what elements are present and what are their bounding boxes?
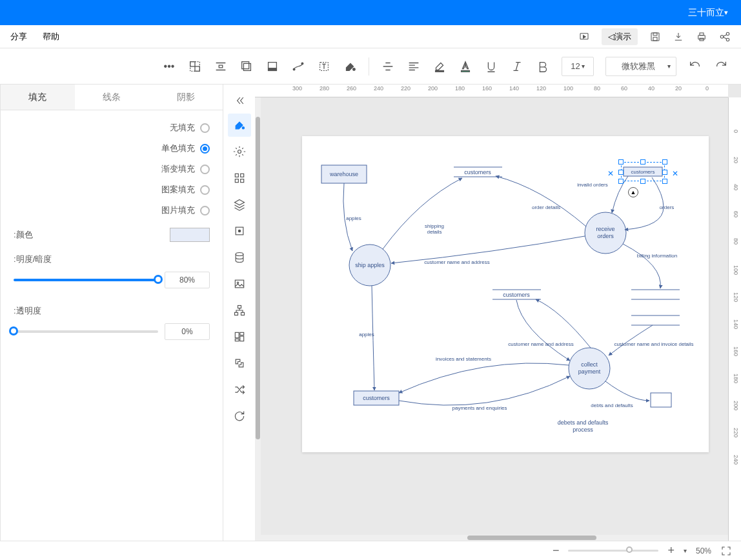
svg-rect-20: [190, 61, 195, 66]
svg-rect-75: [234, 312, 238, 315]
svg-text:warehouse: warehouse: [329, 171, 358, 177]
redo-icon[interactable]: [714, 59, 728, 74]
scrollbar-horizontal[interactable]: [261, 535, 728, 541]
font-select[interactable]: ▾微软雅黑: [605, 57, 676, 76]
svg-text:debts and defaults: debts and defaults: [591, 403, 633, 408]
titlebar: ▾ 三十而立: [0, 0, 741, 25]
svg-rect-67: [235, 179, 238, 183]
canvas-area[interactable]: 0204060801001201401601802002202402602803…: [255, 85, 741, 541]
svg-rect-7: [653, 33, 657, 35]
underline-icon[interactable]: [484, 59, 498, 74]
text-style-icon[interactable]: [317, 59, 331, 74]
save-icon[interactable]: [649, 31, 661, 43]
opacity-value[interactable]: 80%: [165, 272, 210, 288]
svg-rect-72: [235, 280, 243, 288]
svg-rect-80: [235, 339, 239, 341]
present-icon[interactable]: [578, 31, 590, 43]
align-left-icon[interactable]: [407, 59, 421, 74]
selection-box[interactable]: ✕ ✕ ▲: [621, 162, 665, 181]
svg-point-70: [238, 230, 240, 232]
image-icon[interactable]: [228, 272, 251, 295]
collapse-icon[interactable]: [228, 91, 251, 110]
gear-icon[interactable]: [228, 140, 251, 163]
help-link[interactable]: 帮助: [43, 31, 59, 43]
dashboard-icon[interactable]: [228, 325, 251, 348]
rotate-handle-icon[interactable]: ▲: [628, 187, 638, 197]
download-icon[interactable]: [673, 31, 684, 43]
zoom-in-icon[interactable]: −: [553, 544, 560, 557]
svg-text:customers: customers: [363, 395, 390, 401]
svg-point-15: [301, 63, 303, 65]
toolbar-format: ▾微软雅黑 ▾12 •••: [0, 48, 741, 85]
tab-line[interactable]: 线条: [75, 85, 149, 110]
refresh-icon[interactable]: [228, 405, 251, 428]
transparency-slider[interactable]: [14, 330, 158, 333]
svg-rect-21: [195, 66, 199, 71]
demo-button[interactable]: 演示◁: [602, 28, 638, 45]
shuffle-icon[interactable]: [228, 378, 251, 401]
zoom-slider[interactable]: [568, 550, 658, 552]
svg-text:details: details: [427, 229, 442, 235]
database-icon[interactable]: [228, 246, 251, 269]
fill-tool-icon[interactable]: [228, 114, 251, 137]
ruler-horizontal: 0204060801001201401601802002202402602803…: [255, 85, 728, 97]
svg-point-2: [726, 38, 729, 41]
align-distribute-icon[interactable]: [214, 59, 228, 74]
close-icon[interactable]: ✕: [607, 169, 614, 178]
color-swatch[interactable]: [170, 228, 210, 242]
fullscreen-icon[interactable]: [720, 545, 732, 557]
target-icon[interactable]: [228, 219, 251, 243]
svg-text:payment: payment: [578, 368, 601, 375]
group-icon[interactable]: [188, 59, 202, 74]
svg-rect-10: [462, 70, 470, 72]
diagram-page[interactable]: warehouse customers customers ship apple…: [302, 136, 709, 452]
svg-rect-6: [651, 33, 659, 41]
svg-rect-4: [700, 33, 704, 35]
align-vertical-icon[interactable]: [381, 59, 395, 74]
svg-point-12: [353, 68, 356, 70]
bold-icon[interactable]: [536, 59, 550, 74]
share-icon[interactable]: [719, 31, 731, 43]
tab-shadow[interactable]: 阴影: [148, 85, 223, 110]
connector-icon[interactable]: [291, 59, 305, 74]
svg-point-63: [242, 127, 244, 129]
more-icon[interactable]: •••: [162, 59, 176, 74]
italic-icon[interactable]: [510, 59, 524, 74]
svg-rect-65: [235, 174, 238, 177]
grid-icon[interactable]: [228, 166, 251, 190]
svg-rect-77: [235, 332, 239, 337]
shape-outline-icon[interactable]: [265, 59, 279, 74]
zoom-out-icon[interactable]: +: [667, 544, 675, 557]
svg-text:customers: customers: [464, 169, 491, 175]
zoom-value[interactable]: 50%: [696, 546, 711, 555]
radio-pattern[interactable]: [200, 185, 210, 195]
layers-stack-icon[interactable]: [228, 193, 251, 216]
opacity-slider[interactable]: [14, 279, 158, 281]
svg-text:apples: apples: [346, 215, 361, 221]
radio-solid[interactable]: [200, 144, 210, 154]
waterfall-icon[interactable]: [228, 352, 251, 375]
radio-none[interactable]: [200, 123, 210, 133]
app-title: 三十而立: [688, 7, 724, 19]
dropdown-arrow-icon[interactable]: ▾: [724, 8, 728, 17]
svg-rect-76: [241, 312, 244, 315]
svg-text:customers: customers: [503, 292, 530, 298]
print-icon[interactable]: [696, 31, 707, 43]
layers-icon[interactable]: [239, 59, 254, 74]
radio-image[interactable]: [200, 206, 210, 215]
font-color-icon[interactable]: [458, 59, 472, 74]
tool-rail: [223, 85, 255, 541]
tab-fill[interactable]: 填充: [1, 85, 75, 110]
scrollbar-vertical[interactable]: [255, 97, 261, 541]
undo-icon[interactable]: [688, 59, 702, 74]
share-link[interactable]: 分享: [10, 31, 27, 43]
radio-gradient[interactable]: [200, 165, 210, 174]
fill-icon[interactable]: [343, 59, 357, 74]
close-icon[interactable]: ✕: [672, 169, 678, 178]
font-size-select[interactable]: ▾12: [562, 57, 594, 76]
svg-point-71: [236, 253, 243, 256]
highlight-icon[interactable]: [432, 59, 447, 74]
svg-rect-45: [651, 393, 671, 407]
hierarchy-icon[interactable]: [228, 299, 251, 322]
transparency-value[interactable]: 0%: [165, 323, 210, 340]
